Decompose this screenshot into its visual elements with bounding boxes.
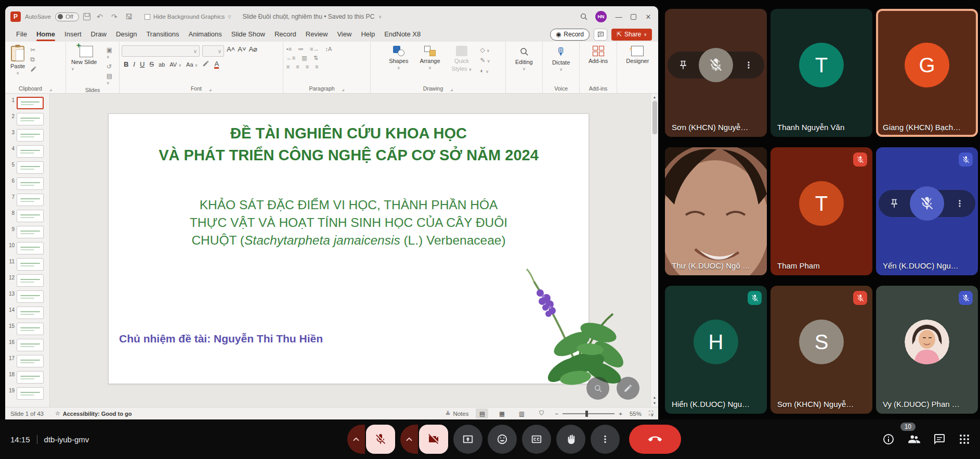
more-options-icon[interactable] [743, 60, 754, 70]
close-button[interactable]: ✕ [644, 13, 653, 21]
text-direction-icon[interactable]: ⇅ [313, 55, 318, 61]
notes-button[interactable]: ≜ Notes [446, 410, 469, 417]
tab-record[interactable]: Record [270, 27, 301, 42]
participant-tile[interactable]: H Hiển (K.DUOC) Ngu… [665, 286, 767, 414]
tab-animations[interactable]: Animations [184, 27, 227, 42]
minimize-button[interactable]: — [614, 13, 623, 21]
reactions-button[interactable] [488, 425, 517, 454]
camera-options-chevron[interactable] [400, 425, 418, 454]
redo-icon[interactable]: ↷ [109, 12, 120, 21]
scroll-thumb[interactable] [652, 101, 657, 134]
change-case-icon[interactable]: Aa ∨ [186, 61, 198, 68]
zoom-out-button[interactable]: − [555, 411, 558, 417]
camera-off-button[interactable] [419, 425, 448, 454]
slide-thumbnail-11[interactable]: 11 [5, 258, 47, 271]
font-color-icon[interactable]: A [214, 60, 219, 69]
add-ins-button[interactable]: Add-ins [585, 44, 611, 66]
paste-button[interactable]: Paste∨ [7, 44, 28, 78]
slide-thumbnail-5[interactable]: 5 [5, 161, 47, 174]
slide-thumbnail-15[interactable]: 15 [5, 323, 47, 335]
tab-view[interactable]: View [332, 27, 356, 42]
slide[interactable]: ĐỀ TÀI NGHIÊN CỨU KHOA HỌC VÀ PHÁT TRIỂN… [108, 113, 589, 384]
slide-thumbnail-3[interactable]: 3 [5, 129, 47, 142]
slide-sorter-view-button[interactable]: ▦ [495, 409, 508, 418]
slide-thumbnail-19[interactable]: 19 [5, 387, 47, 400]
slide-thumbnail-17[interactable]: 17 [5, 355, 47, 367]
slide-thumbnail-4[interactable]: 4 [5, 145, 47, 158]
collapse-ribbon-button[interactable]: ∨ [650, 412, 654, 417]
mic-options-chevron[interactable] [347, 425, 365, 454]
record-button[interactable]: ◉ Record [550, 29, 590, 41]
slide-thumbnail-8[interactable]: 8 [5, 210, 47, 222]
scroll-up-icon[interactable]: ▲ [653, 95, 657, 99]
numbering-icon[interactable]: ≔ [298, 46, 304, 53]
columns-icon[interactable]: ▥ [302, 55, 307, 61]
vertical-scrollbar[interactable]: ▲ ▲ ▼ [650, 94, 658, 407]
drawing-dialog-launcher[interactable]: ⌟ [450, 85, 453, 92]
strikethrough-button[interactable]: S [149, 60, 154, 68]
start-slideshow-icon[interactable]: 🖫 [124, 12, 134, 21]
align-right-icon[interactable]: ≡ [306, 63, 309, 70]
user-avatar[interactable]: HN [595, 11, 607, 22]
font-name-combo[interactable]: ∨ [122, 45, 200, 57]
align-center-icon[interactable]: ≡ [296, 63, 299, 70]
slide-thumbnail-1[interactable]: 1 [5, 97, 47, 109]
meeting-details-icon[interactable] [882, 433, 895, 445]
highlight-color-icon[interactable] [202, 60, 210, 69]
normal-view-button[interactable]: ▤ [476, 409, 488, 418]
participant-tile[interactable]: T Tham Pham [770, 147, 872, 275]
mic-muted-button[interactable] [366, 425, 395, 454]
dictate-button[interactable]: 🎙 Dictate∨ [549, 44, 573, 74]
slide-thumbnail-6[interactable]: 6 [5, 177, 47, 190]
participant-tile[interactable]: S Sơn (KHCN) Nguyễ… [770, 286, 872, 414]
reading-view-button[interactable]: ▥ [515, 409, 528, 418]
line-spacing-icon[interactable]: ↕A [325, 46, 332, 53]
chat-icon[interactable] [933, 433, 946, 445]
text-shadow-icon[interactable]: ab [159, 61, 165, 68]
filter-dropdown-icon[interactable]: ▽ [228, 15, 231, 19]
more-options-button[interactable] [591, 425, 620, 454]
arrange-button[interactable]: Arrange∨ [416, 44, 443, 72]
align-left-icon[interactable]: ≡ [286, 63, 290, 70]
zoom-level[interactable]: 55% [630, 411, 642, 417]
shape-fill-icon[interactable]: ◇ ∨ [480, 47, 490, 54]
increase-font-icon[interactable]: A˄ [227, 45, 235, 57]
underline-button[interactable]: U [140, 60, 145, 68]
decrease-font-icon[interactable]: A˅ [238, 45, 246, 57]
zoom-slider[interactable] [563, 413, 615, 414]
justify-icon[interactable]: ≡ [315, 63, 318, 70]
tab-review[interactable]: Review [301, 27, 333, 42]
reset-icon[interactable]: ↺ [107, 63, 117, 70]
italic-button[interactable]: I [133, 60, 135, 68]
captions-button[interactable] [522, 425, 551, 454]
tab-design[interactable]: Design [111, 27, 141, 42]
slide-thumbnail-7[interactable]: 7 [5, 194, 47, 206]
new-slide-button[interactable]: New Slide ∨ [68, 44, 104, 73]
tab-insert[interactable]: Insert [60, 27, 86, 42]
end-call-button[interactable] [629, 425, 681, 454]
copy-icon[interactable]: ⧉ [30, 56, 37, 62]
shapes-button[interactable]: Shapes∨ [386, 44, 411, 72]
people-icon[interactable] [907, 432, 921, 446]
paragraph-dialog-launcher[interactable]: ⌟ [342, 85, 345, 92]
tab-help[interactable]: Help [356, 27, 380, 42]
slide-thumbnail-16[interactable]: 16 [5, 339, 47, 351]
cut-icon[interactable]: ✂ [30, 47, 37, 53]
present-button[interactable] [453, 425, 482, 454]
slide-thumbnail-10[interactable]: 10 [5, 242, 47, 254]
hide-bg-checkbox[interactable] [145, 14, 150, 20]
tab-draw[interactable]: Draw [86, 27, 111, 42]
quick-styles-button[interactable]: QuickStyles ∨ [449, 44, 475, 74]
shape-outline-icon[interactable]: ✎ ∨ [480, 57, 490, 65]
bullets-icon[interactable]: •≡ [286, 46, 292, 53]
indent-less-icon[interactable]: ←≡ [286, 55, 295, 61]
shape-effects-icon[interactable]: ◐ ∨ [480, 68, 490, 75]
tab-slide-show[interactable]: Slide Show [227, 27, 270, 42]
pin-icon[interactable] [889, 198, 899, 209]
magnifier-tool-button[interactable] [586, 377, 609, 400]
save-icon[interactable] [83, 13, 90, 20]
participant-tile[interactable]: S Sơn (KHCN) Nguyễ… [665, 9, 767, 137]
slide-thumbnail-panel[interactable]: 12345678910111213141516171819 [5, 94, 50, 407]
font-dialog-launcher[interactable]: ⌟ [209, 85, 212, 92]
bold-button[interactable]: B [124, 60, 128, 68]
